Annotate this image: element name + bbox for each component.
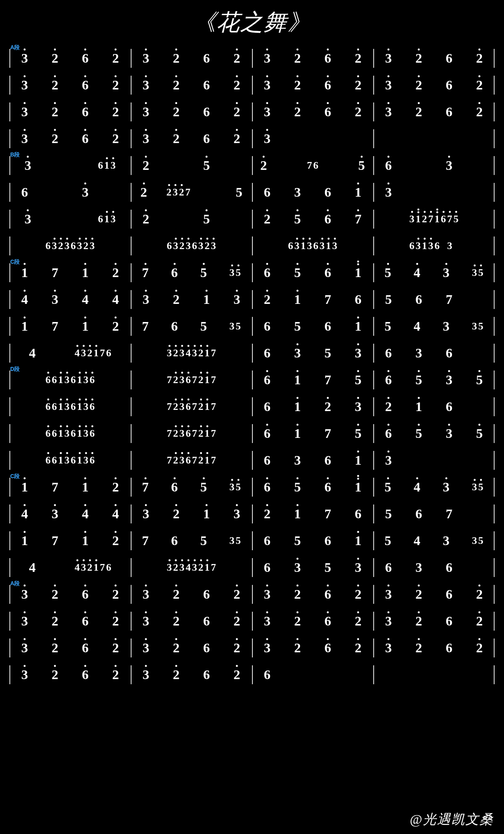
beat-slot: 5: [324, 346, 332, 360]
measure: 2567: [252, 206, 373, 233]
measure: 32343217: [131, 340, 252, 367]
measures: 171276535656154335: [9, 313, 495, 340]
beat-slot: 3: [21, 641, 29, 655]
notes-row: 3262: [131, 99, 252, 125]
note: 2: [112, 52, 120, 65]
note: 7: [210, 348, 217, 358]
beat-slot: 2: [112, 641, 120, 655]
beat-slot: 2: [51, 52, 59, 65]
note: 6: [45, 241, 51, 251]
note: 7: [99, 348, 106, 358]
beat-slot: 3: [263, 614, 271, 628]
note: 6: [263, 346, 271, 360]
measure: 72367217: [131, 393, 252, 420]
notes-row: 76535: [131, 313, 252, 340]
note: 6: [203, 78, 211, 92]
note: 2: [87, 348, 93, 358]
beat-slot: 613: [97, 160, 116, 171]
measure: 4432176: [9, 340, 131, 367]
beat-slot: 2: [172, 588, 180, 601]
notes-row: 4344: [9, 501, 131, 527]
note: 7: [141, 480, 149, 494]
beat-slot: 0: [385, 668, 393, 681]
beat-slot: 3: [21, 78, 29, 92]
beat-slot: 0: [233, 159, 241, 172]
measures: 3262326230000000: [9, 125, 495, 152]
measure: 3262: [131, 661, 252, 688]
note: 2: [421, 214, 428, 224]
note: 3: [229, 321, 235, 331]
notes-row: 30613: [9, 152, 131, 179]
measures: 63236323632363236313631363136030: [9, 233, 495, 259]
note: 4: [28, 561, 36, 574]
note: 2: [172, 105, 180, 119]
measure: 6561: [252, 259, 373, 286]
beat-slot: 3: [263, 52, 271, 65]
note: 1: [354, 454, 362, 467]
beat-slot: 35: [229, 482, 241, 492]
note: 1: [300, 241, 306, 251]
beat-slot: 0: [476, 507, 484, 521]
beat-slot: 76: [306, 160, 319, 171]
note: 6: [70, 428, 76, 439]
note: 5: [384, 320, 392, 333]
notes-row: 207605: [252, 152, 373, 179]
beat-slot: 1: [294, 373, 302, 387]
note: 3: [83, 455, 89, 465]
note: 3: [445, 373, 453, 387]
note: 2: [140, 186, 148, 199]
note: 5: [358, 159, 365, 172]
beat-slot: 0: [233, 212, 241, 226]
beat-slot: 1: [21, 480, 29, 494]
beat-slot: 2: [294, 52, 302, 65]
beat-slot: 3: [233, 293, 241, 306]
beat-slot: 5: [476, 373, 484, 387]
note: 2: [198, 428, 204, 439]
note: 1: [415, 214, 421, 224]
note: 3: [210, 241, 217, 251]
beat-slot: 3: [51, 507, 59, 521]
measure: 3262: [9, 581, 131, 608]
beat-slot: 72367217: [166, 375, 217, 385]
note: 7: [428, 214, 434, 224]
beat-slot: 2: [354, 641, 362, 655]
beat-slot: 1: [203, 507, 211, 521]
sheet-music-page: { "title": "《花之舞》", "credit": "@光遇凯文桑", …: [0, 0, 504, 834]
beat-slot: 6: [324, 614, 332, 628]
notes-row: 6535: [373, 420, 495, 447]
beat-slot: 2: [233, 668, 241, 681]
note: 2: [233, 614, 241, 628]
beat-slot: 5: [200, 534, 208, 547]
score-line: 661361367236721763613000: [9, 447, 495, 474]
note: 6: [445, 78, 453, 92]
beat-slot: 6: [324, 212, 332, 226]
score-line: C段171276535656154335: [9, 474, 495, 501]
beat-slot: 6: [324, 480, 332, 494]
beat-slot: 2: [354, 105, 362, 119]
note: 3: [471, 268, 478, 278]
beat-slot: 6: [170, 534, 178, 547]
notes-row: 3262: [131, 635, 252, 661]
note: 7: [354, 212, 362, 226]
notes-row: 1712: [9, 313, 131, 340]
note: 6: [313, 160, 319, 171]
beat-slot: 5: [200, 266, 208, 279]
note: 2: [260, 159, 268, 172]
note: 1: [204, 562, 210, 573]
note: 1: [354, 534, 362, 547]
beat-slot: 3: [263, 588, 271, 601]
beat-slot: 6: [324, 641, 332, 655]
beat-slot: 2: [233, 105, 241, 119]
beat-slot: 5: [294, 212, 302, 226]
note: 7: [210, 455, 217, 465]
beat-slot: 4: [112, 293, 120, 306]
note: 2: [263, 212, 271, 226]
note: 1: [203, 293, 211, 306]
beat-slot: 0: [476, 159, 484, 172]
beat-slot: 63136030: [409, 241, 459, 251]
beat-slot: 3: [142, 588, 150, 601]
note: 2: [198, 348, 204, 358]
measure: 3262: [373, 581, 495, 608]
note: 1: [93, 562, 99, 573]
beat-slot: 2: [415, 588, 423, 601]
